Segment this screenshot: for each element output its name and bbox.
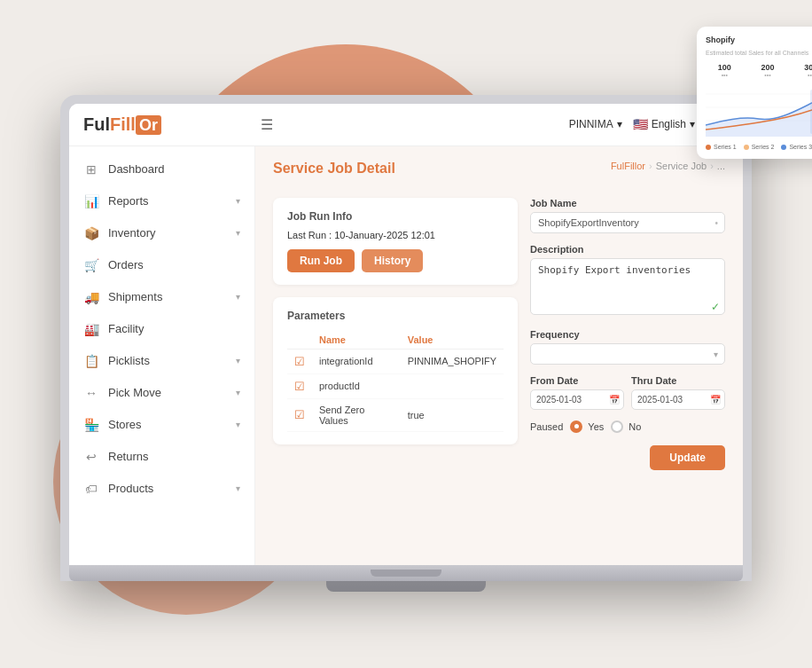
chart-stats-row: 100 ••• 200 ••• 300 ••• xyxy=(706,63,812,78)
calendar-icon: 📅 xyxy=(710,395,721,405)
dashboard-icon: ⊞ xyxy=(83,161,99,177)
right-form-panel: Job Name • Description Shopify Export in… xyxy=(530,198,725,470)
chart-stat-3: 300 ••• xyxy=(792,63,812,78)
paused-yes-label: Yes xyxy=(588,421,604,432)
products-icon: 🏷 xyxy=(83,481,99,497)
param-value-1: PINNIMA_SHOPIFY xyxy=(401,349,504,373)
shipments-icon: 🚚 xyxy=(83,289,99,305)
last-run-info: Last Run : 10-January-2025 12:01 xyxy=(287,230,504,240)
flag-icon: 🇺🇸 xyxy=(633,117,648,131)
chevron-down-icon: ▾ xyxy=(236,356,240,365)
page-title: Service Job Detail xyxy=(273,161,395,177)
from-date-label: From Date xyxy=(530,375,624,386)
info-icon: • xyxy=(714,217,718,227)
action-buttons: Run Job History xyxy=(287,249,504,272)
sidebar-item-dashboard[interactable]: ⊞ Dashboard xyxy=(69,153,254,185)
sidebar-label-stores: Stores xyxy=(108,418,142,431)
stores-icon: 🏪 xyxy=(83,417,99,433)
page-content: Service Job Detail FulFillor › Service J… xyxy=(255,146,743,565)
app-logo: FulFillOr xyxy=(83,114,161,135)
sidebar-item-stores[interactable]: 🏪 Stores ▾ xyxy=(69,409,254,441)
table-row: ☑ Send Zero Values true xyxy=(287,398,504,431)
chart-title: Shopify xyxy=(706,35,812,44)
sidebar-label-pick-move: Pick Move xyxy=(108,386,161,399)
reports-icon: 📊 xyxy=(83,193,99,209)
sidebar-item-returns[interactable]: ↩ Returns xyxy=(69,441,254,473)
job-run-info-card: Job Run Info Last Run : 10-January-2025 … xyxy=(273,198,518,285)
calendar-icon: 📅 xyxy=(609,395,620,405)
job-run-info-label: Job Run Info xyxy=(287,210,504,223)
frequency-select[interactable] xyxy=(530,343,725,365)
chart-stat-1: 100 ••• xyxy=(706,63,744,78)
inventory-icon: 📦 xyxy=(83,225,99,241)
description-textarea[interactable]: Shopify Export inventories xyxy=(530,258,725,315)
facility-icon: 🏭 xyxy=(83,321,99,337)
mini-chart xyxy=(706,85,812,138)
sidebar-label-picklists: Picklists xyxy=(108,354,150,367)
sidebar: ⊞ Dashboard 📊 Reports ▾ 📦 Inventory ▾ xyxy=(69,146,255,565)
sidebar-item-reports[interactable]: 📊 Reports ▾ xyxy=(69,185,254,217)
sidebar-label-returns: Returns xyxy=(108,450,149,463)
frequency-label: Frequency xyxy=(530,329,725,340)
job-name-group: Job Name • xyxy=(530,198,725,233)
laptop-stand xyxy=(326,581,486,592)
chart-legend: Series 1 Series 2 Series 3 xyxy=(706,144,812,150)
breadcrumb-current: ... xyxy=(717,161,725,171)
thru-date-group: Thru Date 📅 xyxy=(631,375,725,410)
sidebar-item-products[interactable]: 🏷 Products ▾ xyxy=(69,473,254,505)
sidebar-item-shipments[interactable]: 🚚 Shipments ▾ xyxy=(69,281,254,313)
menu-icon[interactable]: ☰ xyxy=(261,116,273,133)
description-group: Description Shopify Export inventories ✓ xyxy=(530,244,725,318)
parameters-card: Parameters Name Value xyxy=(273,297,518,444)
parameters-label: Parameters xyxy=(287,310,504,322)
sidebar-item-picklists[interactable]: 📋 Picklists ▾ xyxy=(69,345,254,377)
breadcrumb: FulFillor › Service Job › ... xyxy=(611,161,725,171)
parameters-table: Name Value ☑ integrationId PINNI xyxy=(287,331,504,432)
date-range-row: From Date 📅 Thru Date xyxy=(530,375,725,410)
sidebar-item-orders[interactable]: 🛒 Orders xyxy=(69,249,254,281)
table-row: ☑ productId xyxy=(287,373,504,398)
chevron-down-icon: ▾ xyxy=(236,388,240,397)
sidebar-label-reports: Reports xyxy=(108,194,149,208)
paused-yes-radio[interactable]: Yes xyxy=(570,420,604,433)
chart-stat-2: 200 ••• xyxy=(749,63,787,78)
param-name-3: Send Zero Values xyxy=(312,398,401,431)
checkbox-icon[interactable]: ☑ xyxy=(294,408,305,421)
paused-no-label: No xyxy=(629,421,641,432)
paused-no-radio[interactable]: No xyxy=(611,420,641,433)
sidebar-item-inventory[interactable]: 📦 Inventory ▾ xyxy=(69,217,254,249)
frequency-group: Frequency ▾ xyxy=(530,329,725,365)
header: FulFillOr ☰ PINNIMA ▾ 🇺🇸 English ▾ xyxy=(69,104,743,146)
chart-subtitle: Estimated total Sales for all Channels xyxy=(706,50,812,56)
laptop-notch xyxy=(371,570,441,577)
breadcrumb-home[interactable]: FulFillor xyxy=(611,161,645,171)
language-label: English xyxy=(652,118,686,130)
chevron-down-icon: ▾ xyxy=(236,228,240,238)
chevron-down-icon: ▾ xyxy=(236,483,240,493)
sidebar-label-inventory: Inventory xyxy=(108,226,155,240)
main-content: ⊞ Dashboard 📊 Reports ▾ 📦 Inventory ▾ xyxy=(69,146,743,565)
user-name: PINNIMA xyxy=(569,118,613,130)
floating-chart-card: Shopify Estimated total Sales for all Ch… xyxy=(697,27,812,159)
chevron-down-icon: ▾ xyxy=(236,420,240,429)
pick-move-icon: ↔ xyxy=(83,385,99,401)
sidebar-item-pick-move[interactable]: ↔ Pick Move ▾ xyxy=(69,377,254,409)
job-name-label: Job Name xyxy=(530,198,725,208)
check-icon: ✓ xyxy=(711,301,720,313)
sidebar-item-facility[interactable]: 🏭 Facility xyxy=(69,313,254,345)
checkbox-icon[interactable]: ☑ xyxy=(294,355,305,368)
history-button[interactable]: History xyxy=(362,249,423,272)
param-name-2: productId xyxy=(312,373,401,398)
laptop-base xyxy=(69,565,743,581)
param-name-1: integrationId xyxy=(312,349,401,373)
chevron-down-icon: ▾ xyxy=(236,196,240,206)
sidebar-label-products: Products xyxy=(108,482,153,495)
update-button[interactable]: Update xyxy=(650,445,725,470)
run-job-button[interactable]: Run Job xyxy=(287,249,355,272)
user-menu[interactable]: PINNIMA ▾ xyxy=(569,118,622,130)
job-name-input[interactable] xyxy=(530,212,725,233)
returns-icon: ↩ xyxy=(83,449,99,465)
language-selector[interactable]: 🇺🇸 English ▾ xyxy=(633,117,695,131)
chevron-down-icon: ▾ xyxy=(236,292,240,302)
checkbox-icon[interactable]: ☑ xyxy=(294,380,305,393)
